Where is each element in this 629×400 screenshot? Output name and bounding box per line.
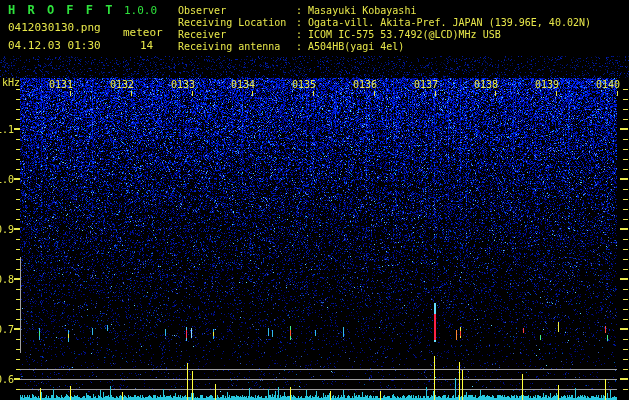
info-label: Receiving Location — [178, 17, 296, 29]
hrofft-screenshot: H R O F F T 1.0.0 0412030130.png meteor … — [0, 0, 629, 400]
info-separator: : — [296, 41, 308, 52]
station-info: Observer: Masayuki Kobayashi Receiving L… — [178, 5, 591, 53]
info-value: Ogata-vill. Akita-Pref. JAPAN (139.96E, … — [308, 17, 591, 28]
info-label: Receiver — [178, 29, 296, 41]
info-value: ICOM IC-575 53.7492(@LCD)MHz USB — [308, 29, 501, 40]
observation-datetime: 04.12.03 01:30 — [8, 39, 101, 52]
info-label: Observer — [178, 5, 296, 17]
info-separator: : — [296, 29, 308, 40]
info-row-antenna: Receiving antenna: A504HB(yagi 4el) — [178, 41, 591, 53]
info-value: A504HB(yagi 4el) — [308, 41, 404, 52]
app-version: 1.0.0 — [124, 4, 157, 17]
info-value: Masayuki Kobayashi — [308, 5, 416, 16]
mode-label: meteor — [123, 26, 163, 39]
info-row-receiver: Receiver: ICOM IC-575 53.7492(@LCD)MHz U… — [178, 29, 591, 41]
info-row-observer: Observer: Masayuki Kobayashi — [178, 5, 591, 17]
header: H R O F F T 1.0.0 0412030130.png meteor … — [0, 0, 629, 55]
info-label: Receiving antenna — [178, 41, 296, 53]
meteor-count: 14 — [140, 39, 153, 52]
info-row-location: Receiving Location: Ogata-vill. Akita-Pr… — [178, 17, 591, 29]
info-separator: : — [296, 17, 308, 28]
app-title: H R O F F T — [8, 3, 115, 17]
info-separator: : — [296, 5, 308, 16]
spectrogram-canvas — [0, 0, 629, 400]
output-filename: 0412030130.png — [8, 21, 101, 34]
